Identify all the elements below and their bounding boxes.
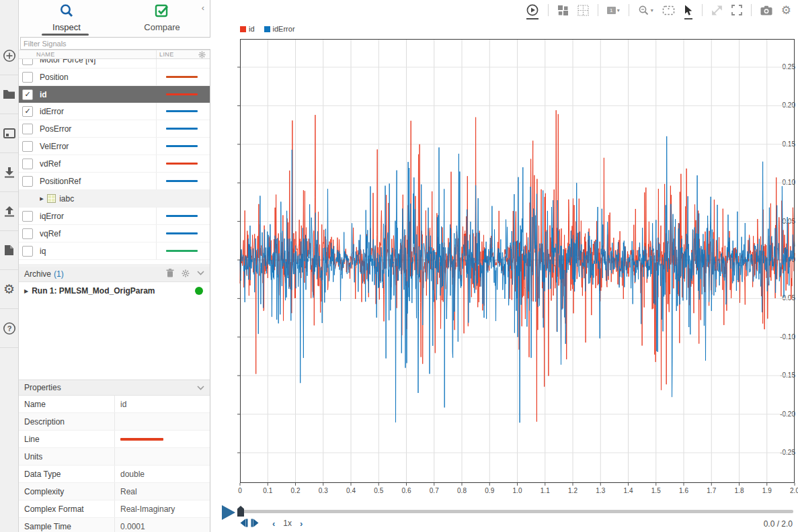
signal-row[interactable]: ▶ PosError: [19, 120, 210, 138]
column-line[interactable]: LINE: [156, 50, 210, 58]
import-button[interactable]: [0, 153, 18, 192]
speed-up-button[interactable]: ›: [300, 519, 303, 528]
signal-row[interactable]: ▶ Position: [19, 69, 210, 86]
plot-canvas[interactable]: [240, 39, 795, 483]
step-back-button[interactable]: [239, 519, 248, 527]
signal-row[interactable]: ▶ vqRef: [19, 225, 210, 242]
chevron-down-icon[interactable]: [197, 386, 204, 390]
play-button[interactable]: [221, 504, 236, 521]
active-tab-underline: [42, 34, 89, 36]
signal-table-header: NAME LINE: [19, 50, 210, 59]
signal-name: iq: [40, 247, 46, 256]
preferences-button[interactable]: ⚙: [0, 270, 18, 309]
line-style-swatch[interactable]: [166, 76, 198, 78]
properties-header[interactable]: Properties: [19, 380, 210, 396]
search-icon: [58, 3, 75, 19]
svg-text:?: ?: [7, 324, 11, 332]
signal-row[interactable]: ▶ vdRef: [19, 155, 210, 173]
line-style-swatch[interactable]: [120, 438, 163, 441]
export-button[interactable]: [0, 192, 18, 231]
settings-button[interactable]: ⚙: [781, 2, 791, 18]
signal-checkbox[interactable]: [22, 72, 33, 83]
plot-area: 1 ▾ ▾ ⚙ id: [210, 0, 798, 532]
line-style-swatch[interactable]: [166, 163, 198, 165]
replay-button[interactable]: [526, 2, 539, 18]
signal-list: ▶ Motor Force [N] ▶: [19, 59, 210, 260]
x-tick-label: 1.7: [707, 487, 716, 494]
open-button[interactable]: [0, 75, 18, 114]
signal-checkbox[interactable]: ✓: [22, 89, 33, 100]
property-label: Sample Time: [19, 522, 114, 531]
signal-checkbox[interactable]: [22, 59, 33, 65]
plot-legend: id idError: [240, 25, 295, 33]
tab-inspect[interactable]: Inspect: [19, 3, 114, 33]
signal-row[interactable]: ▶ VelError: [19, 138, 210, 155]
fullscreen-button[interactable]: [731, 2, 742, 18]
run-item[interactable]: ▶ Run 1: PMLSM_Mod_OrigParam: [19, 283, 210, 299]
save-button[interactable]: [0, 114, 18, 153]
expand-arrow-icon[interactable]: ▶: [24, 288, 28, 294]
legend-item[interactable]: id: [240, 25, 255, 33]
snapshot-button[interactable]: [760, 2, 772, 18]
camera-icon: [760, 5, 772, 15]
signal-checkbox[interactable]: [22, 211, 33, 222]
subplots-button[interactable]: [577, 2, 589, 18]
line-style-swatch[interactable]: [166, 215, 198, 217]
layout-button[interactable]: [557, 2, 569, 18]
property-row: Data Type double: [19, 466, 210, 483]
legend-color-swatch: [264, 26, 270, 32]
line-style-swatch[interactable]: [166, 232, 198, 234]
column-name[interactable]: NAME: [36, 51, 156, 58]
signal-name: PositionRef: [40, 177, 81, 186]
properties-title: Properties: [24, 383, 61, 392]
line-style-swatch[interactable]: [166, 250, 198, 252]
property-label: Name: [19, 400, 114, 409]
step-forward-button[interactable]: [251, 519, 260, 527]
fit-to-view-button[interactable]: [662, 2, 675, 18]
signal-checkbox[interactable]: [22, 159, 33, 169]
time-slider-track[interactable]: [239, 510, 793, 513]
zoom-button[interactable]: ▾: [638, 2, 653, 18]
signal-row[interactable]: ▶ iq: [19, 242, 210, 260]
speed-down-button[interactable]: ‹: [272, 519, 275, 528]
line-style-swatch[interactable]: [166, 128, 198, 130]
trash-icon[interactable]: [166, 269, 174, 277]
view-selector-button[interactable]: 1 ▾: [607, 2, 620, 18]
x-tick-label: 0.4: [346, 487, 356, 494]
playback-bar: ‹ 1x › 0.0 / 2.0: [210, 502, 798, 532]
signal-checkbox[interactable]: [22, 124, 33, 134]
signal-checkbox[interactable]: [22, 141, 33, 152]
signal-row[interactable]: ▶ iabc: [19, 190, 210, 208]
signal-row[interactable]: ✓ ▶ id: [19, 86, 210, 103]
tab-compare[interactable]: Compare: [114, 3, 210, 33]
line-style-swatch[interactable]: [166, 145, 198, 147]
layout-grid-icon: [557, 5, 569, 16]
column-settings-icon[interactable]: [198, 51, 206, 58]
pan-button[interactable]: [711, 2, 723, 18]
chevron-down-icon[interactable]: [197, 271, 204, 275]
report-button[interactable]: [0, 231, 18, 270]
help-button[interactable]: ?: [0, 309, 18, 348]
pointer-button[interactable]: [684, 2, 693, 18]
signal-row[interactable]: ▶ iqError: [19, 208, 210, 225]
signal-row[interactable]: ▶ Motor Force [N]: [19, 59, 210, 69]
collapse-panel-icon[interactable]: ‹: [202, 3, 204, 13]
property-row: Units: [19, 448, 210, 466]
signal-row[interactable]: ✓ ▶ idError: [19, 103, 210, 120]
expand-arrow-icon[interactable]: ▶: [40, 195, 44, 201]
add-view-button[interactable]: [0, 36, 18, 75]
archive-header[interactable]: Archive (1): [19, 266, 210, 282]
signal-checkbox[interactable]: [22, 176, 33, 187]
signal-row[interactable]: ▶ PositionRef: [19, 173, 210, 190]
signal-checkbox[interactable]: ✓: [22, 106, 33, 117]
x-tick-label: 1.1: [541, 487, 550, 494]
signal-checkbox[interactable]: [22, 228, 33, 239]
archive-settings-icon[interactable]: [182, 269, 190, 277]
line-style-swatch[interactable]: [166, 93, 198, 95]
line-style-swatch[interactable]: [166, 180, 198, 182]
line-style-swatch[interactable]: [166, 110, 198, 112]
legend-item[interactable]: idError: [264, 25, 295, 33]
time-slider-handle[interactable]: [237, 506, 244, 517]
filter-signals-input[interactable]: [20, 37, 213, 50]
signal-checkbox[interactable]: [22, 246, 33, 257]
